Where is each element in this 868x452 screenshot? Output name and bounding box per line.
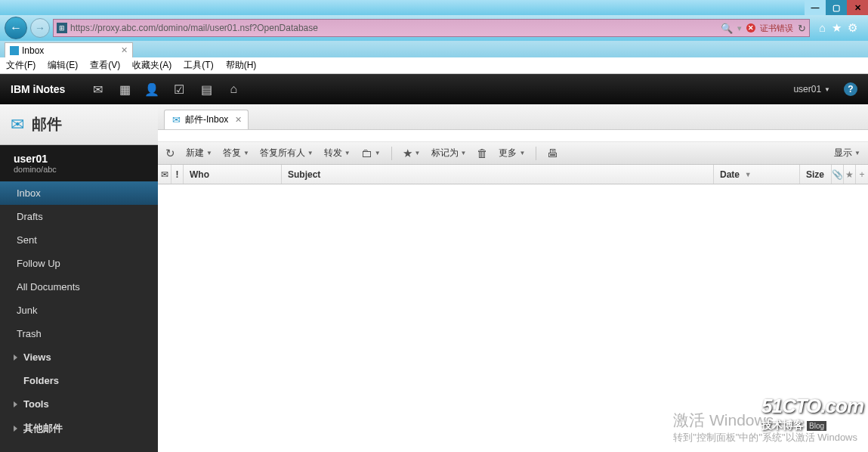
toolbar: ↻ 新建 ▼ 答复 ▼ 答复所有人 ▼ 转发 ▼ 🗀 ▼ ★ ▼ 标记为 ▼ 🗑… [158, 142, 868, 165]
window-minimize-button[interactable]: — [805, 0, 826, 15]
sidebar-item-drafts[interactable]: Drafts [0, 205, 158, 228]
menu-favorites[interactable]: 收藏夹(A) [132, 59, 171, 72]
browser-tab-strip: Inbox ✕ [0, 41, 868, 57]
browser-menu-bar: 文件(F) 编辑(E) 查看(V) 收藏夹(A) 工具(T) 帮助(H) [0, 57, 868, 74]
forward-button[interactable]: → [30, 18, 50, 38]
window-maximize-button[interactable]: ▢ [826, 0, 847, 15]
sidebar-item-trash[interactable]: Trash [0, 322, 158, 345]
col-envelope-icon[interactable]: ✉ [158, 165, 171, 184]
sidebar-item-sent[interactable]: Sent [0, 228, 158, 252]
content-tab-inbox[interactable]: ✉ 邮件-Inbox ✕ [164, 110, 249, 129]
sidebar-section-views[interactable]: Views [0, 345, 158, 369]
sidebar-section-othermail[interactable]: 其他邮件 [0, 416, 158, 441]
tools-icon[interactable]: ⚙ [848, 21, 857, 35]
site-icon: ⊞ [57, 23, 67, 33]
sidebar-item-inbox[interactable]: Inbox [0, 181, 158, 205]
col-attachment-icon[interactable]: 📎 [832, 165, 844, 184]
menu-help[interactable]: 帮助(H) [226, 59, 257, 72]
reply-button[interactable]: 答复 ▼ [223, 147, 249, 159]
column-headers: ✉ ! Who Subject Date ▼ Size 📎 ★ + [158, 165, 868, 184]
site-watermark: 51CTO.com 技术博客Blog [761, 395, 863, 432]
refresh-icon[interactable]: ↻ [798, 23, 806, 34]
col-size[interactable]: Size [800, 165, 832, 184]
content-tab-strip: ✉ 邮件-Inbox ✕ [158, 104, 868, 130]
sidebar-header: ✉ 邮件 [0, 104, 158, 145]
chevron-right-icon [14, 401, 17, 407]
col-star-icon[interactable]: ★ [844, 165, 856, 184]
star-button[interactable]: ★ ▼ [403, 147, 421, 160]
calendar-icon[interactable]: ▦ [115, 79, 134, 99]
display-button[interactable]: 显示 ▼ [834, 147, 860, 159]
menu-file[interactable]: 文件(F) [6, 59, 36, 72]
browser-nav-bar: ← → ⊞ https://proxy.abc.com/domino/mail/… [0, 15, 868, 41]
todo-icon[interactable]: ☑ [169, 79, 189, 99]
homepage-icon[interactable]: ⌂ [224, 79, 243, 99]
print-button[interactable]: 🖶 [547, 147, 558, 159]
sidebar-item-junk[interactable]: Junk [0, 299, 158, 322]
main-pane: ✉ 邮件-Inbox ✕ ↻ 新建 ▼ 答复 ▼ 答复所有人 ▼ 转发 ▼ 🗀 … [158, 104, 868, 452]
user-menu[interactable]: user01 ▼ [793, 84, 830, 94]
reply-all-button[interactable]: 答复所有人 ▼ [260, 147, 314, 159]
tab-title: Inbox [22, 45, 44, 56]
app-title: IBM iNotes [11, 83, 65, 95]
content-tab-close-icon[interactable]: ✕ [235, 115, 242, 125]
contacts-icon[interactable]: 👤 [142, 79, 162, 99]
sidebar-title: 邮件 [32, 114, 62, 135]
home-icon[interactable]: ⌂ [819, 21, 826, 35]
browser-tab[interactable]: Inbox ✕ [5, 42, 133, 57]
cert-error-icon[interactable]: ✕ [746, 23, 755, 33]
forward-button[interactable]: 转发 ▼ [324, 147, 351, 159]
delete-button[interactable]: 🗑 [477, 147, 488, 159]
sidebar-item-alldocs[interactable]: All Documents [0, 275, 158, 299]
envelope-icon: ✉ [172, 114, 181, 125]
col-flag-icon[interactable]: ! [171, 165, 184, 184]
envelope-icon: ✉ [11, 115, 24, 135]
app-header: IBM iNotes ✉ ▦ 👤 ☑ ▤ ⌂ user01 ▼ ? [0, 74, 868, 104]
more-button[interactable]: 更多 ▼ [499, 147, 525, 159]
address-bar[interactable]: ⊞ https://proxy.abc.com/domino/mail/user… [53, 19, 810, 37]
tab-close-icon[interactable]: ✕ [121, 45, 128, 55]
mark-as-button[interactable]: 标记为 ▼ [431, 147, 467, 159]
window-close-button[interactable]: ✕ [847, 0, 868, 15]
menu-view[interactable]: 查看(V) [90, 59, 120, 72]
sidebar-user-block: user01 domino/abc [0, 145, 158, 181]
tab-favicon [10, 46, 19, 55]
url-text: https://proxy.abc.com/domino/mail/user01… [70, 23, 718, 33]
new-button[interactable]: 新建 ▼ [186, 147, 212, 159]
sidebar-domain: domino/abc [14, 165, 144, 174]
sidebar: ✉ 邮件 user01 domino/abc Inbox Drafts Sent… [0, 104, 158, 452]
search-icon[interactable]: 🔍 [721, 23, 733, 34]
star-icon: ★ [403, 147, 412, 160]
app-container: IBM iNotes ✉ ▦ 👤 ☑ ▤ ⌂ user01 ▼ ? ✉ 邮件 u… [0, 74, 868, 452]
sidebar-section-folders[interactable]: Folders [0, 369, 158, 392]
window-title-bar: — ▢ ✕ [0, 0, 868, 15]
notebook-icon[interactable]: ▤ [196, 79, 216, 99]
col-subject[interactable]: Subject [282, 165, 714, 184]
col-expand-icon[interactable]: + [856, 165, 868, 184]
mail-icon[interactable]: ✉ [88, 79, 107, 99]
menu-edit[interactable]: 编辑(E) [48, 59, 78, 72]
menu-tools[interactable]: 工具(T) [184, 59, 213, 72]
message-list-empty: 激活 Windows 转到"控制面板"中的"系统"以激活 Windows 51C… [158, 184, 868, 452]
refresh-button[interactable]: ↻ [165, 147, 175, 160]
folder-icon: 🗀 [361, 147, 372, 159]
col-who[interactable]: Who [184, 165, 282, 184]
back-button[interactable]: ← [5, 17, 27, 39]
folder-button[interactable]: 🗀 ▼ [361, 147, 381, 159]
help-icon[interactable]: ? [844, 82, 857, 96]
sidebar-username: user01 [14, 153, 144, 165]
content-tab-label: 邮件-Inbox [185, 113, 228, 126]
sidebar-item-followup[interactable]: Follow Up [0, 252, 158, 275]
col-date[interactable]: Date ▼ [714, 165, 800, 184]
favorites-icon[interactable]: ★ [832, 21, 842, 35]
cert-error-text[interactable]: 证书错误 [760, 23, 793, 34]
chevron-right-icon [14, 426, 17, 432]
chevron-right-icon [14, 354, 17, 361]
sidebar-section-tools[interactable]: Tools [0, 392, 158, 416]
